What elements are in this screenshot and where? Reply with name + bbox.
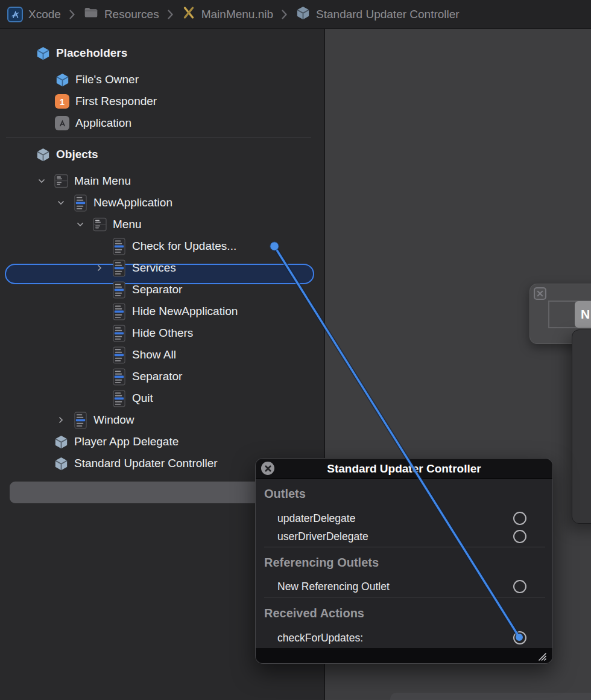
nib-icon (182, 5, 196, 23)
row-label: Show All (132, 348, 176, 361)
cube-grey-icon (53, 456, 69, 471)
outline-row-menu[interactable]: Menu (0, 214, 324, 235)
connections-popup-header: Standard Updater Controller (256, 459, 552, 479)
menu-item-icon (72, 194, 88, 212)
window-preview-edge (390, 693, 591, 700)
outline-row-player-app-delegate[interactable]: Player App Delegate (0, 431, 324, 453)
breadcrumb-label: Xcode (28, 8, 61, 21)
row-label: Services (132, 261, 176, 275)
popup-footer (256, 648, 552, 664)
row-label: NewApplication (93, 196, 172, 209)
menu-item-icon (72, 412, 88, 429)
outline-row-services[interactable]: Services (0, 257, 324, 279)
disclosure-right-icon[interactable] (93, 263, 106, 273)
breadcrumb-chevron-icon (166, 9, 174, 20)
first-responder-badge: 1 (54, 94, 70, 109)
row-label: Main Menu (74, 174, 131, 188)
cube-grey-icon (35, 147, 51, 162)
xcode-app-icon (7, 7, 23, 22)
cube-grey-icon (53, 434, 69, 450)
row-label: Application (75, 116, 131, 130)
popup-title: Standard Updater Controller (327, 462, 481, 476)
cube-icon (296, 5, 311, 24)
menu-item-icon (111, 390, 127, 407)
section-header-outlets: Outlets (264, 485, 306, 502)
breadcrumb-chevron-icon (280, 9, 288, 20)
outline-row-separator[interactable]: Separator (0, 366, 324, 387)
breadcrumb-item-resources[interactable]: Resources (83, 5, 159, 24)
cube-blue-icon (35, 46, 51, 61)
outline-row-separator[interactable]: Separator (0, 279, 324, 301)
menu-title-chip[interactable]: N (575, 301, 591, 328)
section-title: Objects (56, 148, 98, 161)
section-divider (6, 138, 311, 138)
row-label: Window (93, 413, 134, 427)
connection-well[interactable] (513, 580, 526, 593)
section-header-referencing-outlets: Referencing Outlets (264, 554, 379, 571)
breadcrumb-chevron-icon (68, 9, 76, 20)
close-icon[interactable] (261, 462, 274, 475)
outline-row-newapplication[interactable]: NewApplication (0, 192, 324, 214)
row-label: Hide NewApplication (132, 305, 238, 318)
open-menu-preview-panel[interactable] (572, 329, 591, 524)
connection-row-new-referencing-outlet: New Referencing Outlet (256, 579, 552, 594)
row-label: Hide Others (132, 326, 193, 340)
breadcrumb-label: MainMenu.nib (201, 8, 273, 21)
breadcrumb-label: Standard Updater Controller (316, 8, 460, 21)
disclosure-right-icon[interactable] (54, 415, 68, 425)
disclosure-down-icon[interactable] (74, 220, 87, 229)
outline-row-application[interactable]: Application (0, 112, 324, 134)
outline-row-first-responder[interactable]: 1 First Responder (0, 91, 324, 112)
breadcrumb-item-selected-object[interactable]: Standard Updater Controller (296, 5, 460, 24)
menu-item-icon (111, 303, 127, 320)
connection-row-checkforupdates: checkForUpdates: (256, 630, 552, 646)
disclosure-down-icon[interactable] (35, 176, 48, 186)
section-title: Placeholders (56, 46, 127, 60)
breadcrumb-item-xcode[interactable]: Xcode (7, 7, 61, 22)
row-label: File's Owner (75, 73, 139, 86)
menu-item-icon (111, 259, 127, 277)
secondary-selected-row-highlight (10, 482, 297, 503)
breadcrumb-item-mainmenu-nib[interactable]: MainMenu.nib (182, 5, 273, 23)
row-label: Player App Delegate (74, 435, 179, 448)
breadcrumb: Xcode Resources MainMenu.nib (0, 0, 591, 29)
menu-item-icon (111, 325, 127, 342)
connection-well-connected[interactable] (513, 631, 526, 644)
outline-row-main-menu[interactable]: Main Menu (0, 170, 324, 192)
outline-row-show-all[interactable]: Show All (0, 344, 324, 366)
close-icon[interactable] (534, 287, 546, 300)
row-label: First Responder (75, 95, 157, 108)
disclosure-down-icon[interactable] (54, 198, 68, 208)
section-objects: Objects (0, 144, 324, 165)
cube-blue-icon (54, 72, 70, 88)
outline-row-hide-newapplication[interactable]: Hide NewApplication (0, 301, 324, 322)
outline-row-quit[interactable]: Quit (0, 387, 324, 409)
outline-row-files-owner[interactable]: File's Owner (0, 69, 324, 91)
section-header-received-actions: Received Actions (264, 605, 364, 622)
resize-handle-icon[interactable] (537, 652, 547, 664)
outline-row-check-for-updates[interactable]: Check for Updates... (0, 235, 324, 257)
row-label: Separator (132, 370, 182, 383)
connection-row-userdriverdelegate: userDriverDelegate (256, 529, 552, 544)
menu-item-icon (111, 281, 127, 299)
row-label: Separator (132, 283, 182, 296)
row-label: Quit (132, 392, 153, 405)
connection-well[interactable] (513, 530, 526, 543)
breadcrumb-label: Resources (104, 8, 159, 21)
row-label: Standard Updater Controller (74, 457, 218, 470)
menu-title-label: N (581, 307, 590, 322)
section-placeholders: Placeholders (0, 42, 324, 64)
row-label: Check for Updates... (132, 240, 236, 253)
menu-item-icon (111, 346, 127, 364)
outline-row-hide-others[interactable]: Hide Others (0, 322, 324, 344)
application-icon (54, 116, 70, 130)
outline-row-window[interactable]: Window (0, 409, 324, 431)
menu-item-icon (111, 368, 127, 386)
connections-popup: Standard Updater Controller Outlets upda… (255, 458, 553, 664)
popup-divider (264, 547, 545, 547)
row-label: Menu (113, 218, 142, 231)
menu-icon (53, 173, 69, 189)
popup-divider (264, 597, 545, 597)
menu-icon (92, 217, 107, 232)
connection-well[interactable] (513, 512, 526, 525)
